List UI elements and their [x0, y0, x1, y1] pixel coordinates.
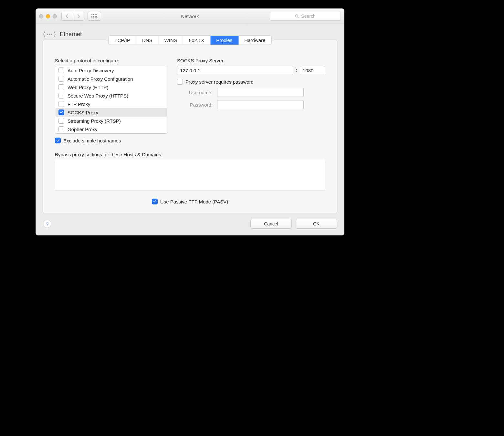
protocol-label: Automatic Proxy Configuration	[68, 76, 133, 82]
tab-wins[interactable]: WINS	[159, 36, 183, 45]
show-all-button[interactable]	[88, 12, 101, 21]
network-preferences-window: Network Search Ethernet	[36, 8, 344, 235]
question-mark-icon: ?	[46, 221, 48, 227]
host-port-separator: :	[296, 67, 297, 73]
checkbox-icon	[58, 93, 64, 99]
protocols-heading: Select a protocol to configure:	[55, 58, 167, 63]
protocol-label: FTP Proxy	[68, 101, 90, 107]
protocol-label: Web Proxy (HTTP)	[68, 85, 108, 90]
protocol-label: Gopher Proxy	[68, 127, 98, 132]
protocol-row[interactable]: Secure Web Proxy (HTTPS)	[55, 91, 167, 100]
bypass-label: Bypass proxy settings for these Hosts & …	[55, 152, 325, 157]
window-controls	[39, 14, 57, 18]
protocol-row[interactable]: Automatic Proxy Configuration	[55, 75, 167, 83]
protocol-label: Streaming Proxy (RTSP)	[68, 118, 121, 124]
proxy-host-input[interactable]	[177, 66, 293, 75]
search-input[interactable]: Search	[270, 12, 341, 21]
checkbox-icon	[58, 67, 64, 73]
protocol-label: SOCKS Proxy	[68, 110, 98, 115]
cancel-button[interactable]: Cancel	[250, 219, 292, 229]
proxy-port-input[interactable]	[300, 66, 325, 75]
tab-8021x[interactable]: 802.1X	[183, 36, 211, 45]
password-input[interactable]	[217, 100, 304, 109]
nav-buttons	[61, 12, 84, 21]
checkbox-icon	[152, 199, 158, 204]
checkbox-icon	[55, 138, 61, 143]
interface-name: Ethernet	[60, 31, 82, 38]
search-placeholder: Search	[301, 14, 315, 19]
back-button[interactable]	[61, 12, 73, 21]
checkbox-icon	[58, 101, 64, 107]
protocol-row[interactable]: Auto Proxy Discovery	[55, 66, 167, 75]
help-button[interactable]: ?	[43, 220, 51, 228]
checkbox-icon	[58, 84, 64, 90]
protocol-row[interactable]: Gopher Proxy	[55, 125, 167, 133]
chevron-right-icon	[77, 14, 80, 18]
checkbox-icon	[58, 126, 64, 132]
bypass-textarea[interactable]	[55, 160, 325, 191]
requires-password-checkbox[interactable]: Proxy server requires password	[177, 79, 325, 85]
username-label: Username:	[177, 90, 213, 95]
protocol-label: Secure Web Proxy (HTTPS)	[68, 93, 128, 99]
ethernet-icon	[43, 30, 56, 39]
tab-proxies[interactable]: Proxies	[210, 36, 238, 45]
tab-strip: TCP/IPDNSWINS802.1XProxiesHardware	[109, 36, 272, 45]
protocol-label: Auto Proxy Discovery	[68, 68, 114, 73]
protocol-row[interactable]: FTP Proxy	[55, 100, 167, 108]
protocol-list[interactable]: Auto Proxy DiscoveryAutomatic Proxy Conf…	[55, 66, 167, 134]
search-icon	[295, 14, 299, 18]
protocol-row[interactable]: Streaming Proxy (RTSP)	[55, 117, 167, 125]
titlebar: Network Search	[36, 9, 344, 24]
zoom-window-icon[interactable]	[53, 14, 57, 18]
protocol-row[interactable]: Web Proxy (HTTP)	[55, 83, 167, 91]
checkbox-icon	[58, 118, 64, 124]
checkbox-icon	[177, 79, 183, 85]
ok-button[interactable]: OK	[296, 219, 337, 229]
forward-button[interactable]	[73, 12, 84, 21]
exclude-simple-hostnames-checkbox[interactable]: Exclude simple hostnames	[55, 138, 167, 143]
protocol-row[interactable]: SOCKS Proxy	[55, 108, 167, 117]
passive-ftp-label: Use Passive FTP Mode (PASV)	[160, 199, 228, 204]
close-window-icon[interactable]	[39, 14, 43, 18]
checkbox-icon	[58, 109, 64, 115]
passive-ftp-checkbox[interactable]: Use Passive FTP Mode (PASV)	[55, 199, 325, 204]
minimize-window-icon[interactable]	[46, 14, 50, 18]
chevron-left-icon	[66, 14, 69, 18]
tab-hardware[interactable]: Hardware	[238, 36, 271, 45]
username-input[interactable]	[217, 88, 304, 97]
svg-point-0	[47, 34, 48, 35]
svg-point-1	[49, 34, 50, 35]
server-heading: SOCKS Proxy Server	[177, 58, 325, 63]
settings-panel: TCP/IPDNSWINS802.1XProxiesHardware Selec…	[43, 40, 337, 213]
exclude-simple-hostnames-label: Exclude simple hostnames	[63, 138, 121, 143]
requires-password-label: Proxy server requires password	[185, 79, 254, 85]
grid-icon	[91, 14, 97, 18]
tab-dns[interactable]: DNS	[136, 36, 159, 45]
checkbox-icon	[58, 76, 64, 82]
svg-point-2	[51, 34, 52, 35]
tab-tcpip[interactable]: TCP/IP	[109, 36, 136, 45]
password-label: Password:	[177, 102, 213, 108]
